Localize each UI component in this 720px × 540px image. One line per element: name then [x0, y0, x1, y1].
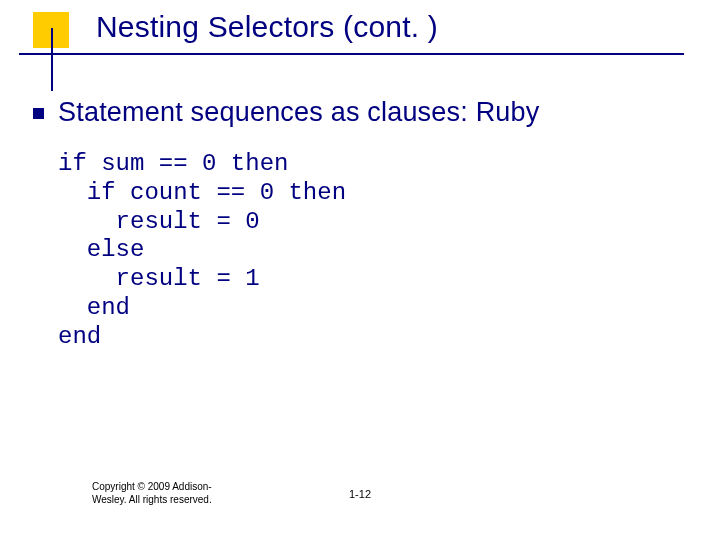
horizontal-rule [19, 53, 684, 55]
bullet-item: Statement sequences as clauses: Ruby [33, 96, 539, 128]
page-number: 1-12 [0, 488, 720, 500]
code-block: if sum == 0 then if count == 0 then resu… [58, 150, 346, 352]
slide: Nesting Selectors (cont. ) Statement seq… [0, 0, 720, 540]
bullet-square-icon [33, 108, 44, 119]
bullet-text: Statement sequences as clauses: Ruby [58, 96, 539, 128]
vertical-rule [51, 28, 53, 91]
slide-title: Nesting Selectors (cont. ) [96, 10, 438, 44]
